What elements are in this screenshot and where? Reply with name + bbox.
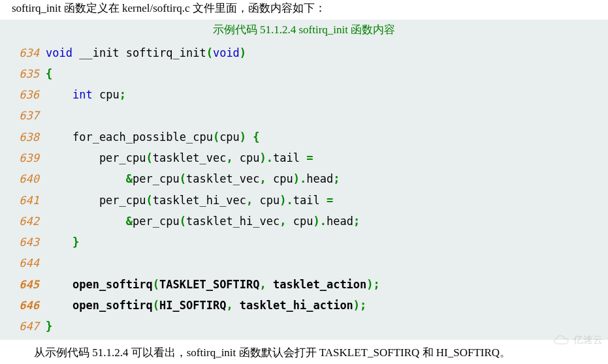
code-line: 643 } [0, 232, 608, 252]
line-number: 646 [0, 295, 46, 316]
code-line: 641 per_cpu(tasklet_hi_vec, cpu).tail = [0, 190, 608, 211]
code-line: 634void __init softirq_init(void) [0, 42, 608, 63]
line-number: 636 [0, 84, 46, 105]
line-number: 641 [0, 190, 46, 211]
code-line: 637 [0, 105, 608, 126]
outro-text: 从示例代码 51.1.2.4 可以看出，softirq_init 函数默认会打开… [0, 340, 608, 363]
code-content: &per_cpu(tasklet_vec, cpu).head; [46, 168, 608, 189]
code-line: 638 for_each_possible_cpu(cpu) { [0, 127, 608, 147]
line-number: 639 [0, 147, 46, 168]
code-line: 635{ [0, 63, 608, 84]
code-content: } [46, 316, 608, 337]
line-number: 645 [0, 274, 46, 295]
code-caption: 示例代码 51.1.2.4 softirq_init 函数内容 [0, 20, 608, 40]
cloud-icon [552, 335, 571, 346]
watermark: 亿速云 [552, 334, 603, 346]
intro-text: softirq_init 函数定义在 kernel/softirq.c 文件里面… [0, 0, 608, 20]
line-number: 647 [0, 316, 46, 337]
line-number: 642 [0, 211, 46, 232]
code-content: open_softirq(HI_SOFTIRQ, tasklet_hi_acti… [46, 295, 608, 316]
line-number: 635 [0, 63, 46, 84]
code-content: } [46, 232, 608, 252]
line-number: 643 [0, 232, 46, 252]
code-line: 647} [0, 316, 608, 337]
code-line: 642 &per_cpu(tasklet_hi_vec, cpu).head; [0, 211, 608, 232]
code-line: 639 per_cpu(tasklet_vec, cpu).tail = [0, 147, 608, 168]
code-content: for_each_possible_cpu(cpu) { [46, 127, 608, 147]
code-line: 644 [0, 252, 608, 273]
code-line: 640 &per_cpu(tasklet_vec, cpu).head; [0, 168, 608, 189]
line-number: 638 [0, 127, 46, 147]
line-number: 637 [0, 105, 46, 126]
code-content: per_cpu(tasklet_hi_vec, cpu).tail = [46, 190, 608, 211]
outro-content: 从示例代码 51.1.2.4 可以看出，softirq_init 函数默认会打开… [34, 346, 511, 359]
code-content: void __init softirq_init(void) [46, 42, 608, 63]
line-number: 634 [0, 42, 46, 63]
line-number: 640 [0, 168, 46, 189]
code-listing: 634void __init softirq_init(void)635{636… [0, 40, 608, 340]
code-content: { [46, 63, 608, 84]
code-content: open_softirq(TASKLET_SOFTIRQ, tasklet_ac… [46, 274, 608, 295]
code-content: per_cpu(tasklet_vec, cpu).tail = [46, 147, 608, 168]
code-line: 645 open_softirq(TASKLET_SOFTIRQ, taskle… [0, 274, 608, 295]
line-number: 644 [0, 252, 46, 273]
watermark-text: 亿速云 [573, 334, 603, 346]
code-line: 646 open_softirq(HI_SOFTIRQ, tasklet_hi_… [0, 295, 608, 316]
code-line: 636 int cpu; [0, 84, 608, 105]
code-content: &per_cpu(tasklet_hi_vec, cpu).head; [46, 211, 608, 232]
code-content: int cpu; [46, 84, 608, 105]
